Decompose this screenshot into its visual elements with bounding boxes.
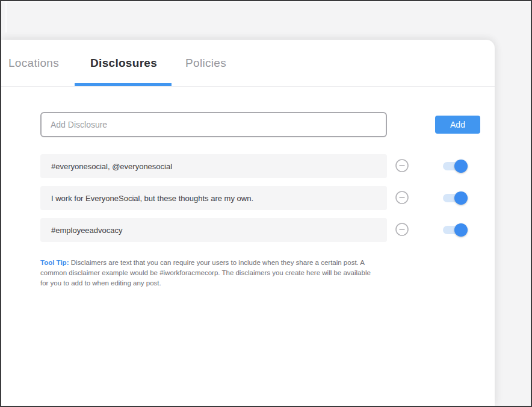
disclosure-text: #employeeadvocacy bbox=[40, 218, 387, 242]
minus-circle-icon bbox=[395, 159, 409, 174]
tab-locations[interactable]: Locations bbox=[8, 40, 59, 86]
settings-panel: Locations Disclosures Policies Add #ever… bbox=[1, 40, 495, 406]
add-disclosure-input[interactable] bbox=[40, 112, 387, 137]
tool-tip-text: Disclaimers are text that you can requir… bbox=[40, 259, 371, 287]
disclosure-row: #employeeadvocacy bbox=[40, 218, 495, 242]
window-left-highlight bbox=[5, 1, 7, 33]
disclosure-row: I work for EveryoneSocial, but these tho… bbox=[40, 186, 495, 210]
toggle-knob bbox=[454, 160, 468, 173]
add-disclosure-row: Add bbox=[40, 112, 495, 137]
add-button[interactable]: Add bbox=[435, 116, 480, 134]
disclosure-toggle[interactable] bbox=[443, 159, 467, 173]
tool-tip: Tool Tip: Disclaimers are text that you … bbox=[40, 258, 379, 288]
disclosure-toggle[interactable] bbox=[443, 223, 467, 237]
disclosure-text: I work for EveryoneSocial, but these tho… bbox=[40, 186, 387, 210]
disclosure-text: #everyonesocial, @everyonesocial bbox=[40, 154, 387, 178]
toggle-knob bbox=[454, 191, 468, 205]
window-top-highlight bbox=[1, 1, 531, 2]
tab-bar: Locations Disclosures Policies bbox=[1, 40, 495, 87]
tab-policies[interactable]: Policies bbox=[185, 40, 226, 86]
toggle-knob bbox=[454, 223, 468, 237]
disclosure-toggle[interactable] bbox=[443, 191, 467, 205]
remove-disclosure-button[interactable] bbox=[395, 160, 409, 173]
remove-disclosure-button[interactable] bbox=[395, 223, 409, 237]
tool-tip-label: Tool Tip: bbox=[40, 259, 69, 266]
disclosure-row: #everyonesocial, @everyonesocial bbox=[40, 154, 495, 178]
minus-circle-icon bbox=[395, 191, 409, 206]
disclosures-content: Add #everyonesocial, @everyonesocial I w… bbox=[1, 87, 495, 288]
remove-disclosure-button[interactable] bbox=[395, 191, 409, 205]
minus-circle-icon bbox=[395, 223, 409, 238]
tab-disclosures[interactable]: Disclosures bbox=[90, 40, 157, 86]
